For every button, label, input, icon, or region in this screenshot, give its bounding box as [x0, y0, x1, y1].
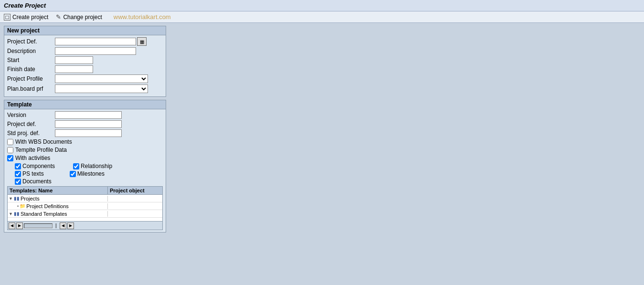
activity-checkboxes-section: Components Relationship PS texts — [15, 163, 163, 185]
table-row[interactable]: • 📁 Project Definitions — [8, 202, 162, 210]
title-bar: Create Project — [0, 0, 644, 11]
scroll-separator: | — [55, 223, 57, 228]
bullet-proj-def: • — [17, 204, 19, 209]
tree-footer: ◀ ▶ | ◀ ▶ — [8, 221, 162, 230]
with-wbs-documents-checkbox[interactable] — [7, 139, 13, 145]
start-input[interactable] — [55, 56, 93, 64]
new-project-body: Project Def. ▦ Description Start — [4, 35, 166, 96]
project-def-row: Project Def. ▦ — [7, 37, 163, 46]
milestones-checkbox[interactable] — [70, 171, 76, 177]
change-project-button[interactable]: ✎ Change project — [56, 13, 102, 21]
expand-icon-std: ▼ — [9, 211, 13, 216]
templte-profile-data-row: Templte Profile Data — [7, 147, 163, 153]
version-label: Version — [7, 112, 55, 118]
tree-body: ▼ ▮▮ Projects • 📁 Project Definitions — [8, 195, 162, 221]
relationship-checkbox[interactable] — [73, 163, 79, 169]
version-row: Version — [7, 111, 163, 119]
folder-icon-proj-def: 📁 — [20, 203, 25, 209]
horizontal-scrollbar[interactable] — [24, 223, 53, 228]
main-area: New project Project Def. ▦ Description S — [0, 23, 644, 238]
std-proj-def-label: Std proj. def. — [7, 130, 55, 137]
components-item: Components — [15, 163, 55, 169]
change-project-label: Change project — [63, 14, 102, 21]
templte-profile-data-checkbox[interactable] — [7, 147, 13, 153]
relationship-item: Relationship — [73, 163, 112, 169]
template-project-def-label: Project def. — [7, 121, 55, 127]
std-proj-def-row: Std proj. def. — [7, 129, 163, 137]
project-profile-label: Project Profile — [7, 75, 55, 82]
pencil-icon: ✎ — [56, 13, 61, 21]
grid-icon-std: ▮▮ — [14, 211, 20, 216]
toolbar: □ Create project ✎ Change project www.tu… — [0, 11, 644, 23]
start-row: Start — [7, 56, 163, 64]
new-project-header: New project — [4, 26, 166, 35]
tree-row-std-tmpl-name: ▼ ▮▮ Standard Templates — [8, 211, 108, 217]
template-project-def-input[interactable] — [55, 120, 122, 128]
proj-def-label: Project Definitions — [26, 203, 69, 209]
milestones-item: Milestones — [70, 170, 105, 177]
components-label: Components — [22, 163, 55, 169]
projects-label: Projects — [21, 196, 40, 201]
ps-texts-item: PS texts — [15, 170, 44, 177]
finish-date-input[interactable] — [55, 65, 93, 73]
plan-board-prf-select[interactable] — [55, 84, 148, 93]
plan-board-prf-label: Plan.board prf — [7, 85, 55, 92]
std-tmpl-label: Standard Templates — [21, 211, 67, 217]
with-wbs-documents-row: With WBS Documents — [7, 138, 163, 145]
with-activities-checkbox[interactable] — [7, 155, 13, 161]
std-proj-def-input[interactable] — [55, 129, 122, 137]
finish-date-row: Finish date — [7, 65, 163, 73]
scroll-right-button[interactable]: ▶ — [16, 222, 23, 229]
documents-checkbox[interactable] — [15, 179, 21, 185]
project-profile-row: Project Profile — [7, 74, 163, 83]
version-input[interactable] — [55, 111, 122, 119]
template-project-def-row: Project def. — [7, 120, 163, 128]
description-label: Description — [7, 48, 55, 54]
activity-row2: PS texts Milestones — [15, 170, 163, 177]
with-wbs-documents-label: With WBS Documents — [15, 138, 72, 145]
description-row: Description — [7, 47, 163, 55]
components-checkbox[interactable] — [15, 163, 21, 169]
new-project-panel: New project Project Def. ▦ Description S — [4, 26, 166, 97]
create-project-button[interactable]: □ Create project — [4, 14, 48, 21]
description-input[interactable] — [55, 47, 136, 55]
start-label: Start — [7, 57, 55, 63]
page-title: Create Project — [4, 2, 46, 9]
picker-icon: ▦ — [140, 39, 144, 44]
create-project-label: Create project — [12, 14, 48, 21]
documents-label: Documents — [22, 178, 52, 185]
relationship-label: Relationship — [81, 163, 112, 169]
expand-icon-projects: ▼ — [9, 196, 13, 201]
documents-item: Documents — [15, 178, 52, 185]
tree-row-proj-def-name: • 📁 Project Definitions — [8, 203, 108, 209]
project-def-label: Project Def. — [7, 38, 55, 45]
project-def-picker-button[interactable]: ▦ — [137, 37, 147, 46]
ps-texts-checkbox[interactable] — [15, 171, 21, 177]
milestones-label: Milestones — [77, 170, 105, 177]
scroll-left2-button[interactable]: ◀ — [60, 222, 66, 229]
tree-col-object: Project object — [108, 187, 151, 194]
with-activities-label: With activities — [15, 155, 50, 161]
create-project-icon: □ — [4, 14, 11, 21]
tree-row-projects-name: ▼ ▮▮ Projects — [8, 196, 108, 201]
templte-profile-data-label: Templte Profile Data — [15, 147, 67, 153]
scroll-left-button[interactable]: ◀ — [9, 222, 15, 229]
project-def-input[interactable] — [55, 38, 136, 45]
ps-texts-label: PS texts — [22, 170, 44, 177]
project-def-input-group: ▦ — [55, 37, 147, 46]
finish-date-label: Finish date — [7, 66, 55, 73]
with-activities-row: With activities — [7, 155, 163, 161]
template-panel: Template Version Project def. Std proj. … — [4, 100, 166, 232]
grid-icon-projects: ▮▮ — [14, 196, 20, 201]
table-row[interactable]: ▼ ▮▮ Standard Templates — [8, 210, 162, 218]
watermark: www.tutorialkart.com — [114, 13, 171, 21]
scroll-right2-button[interactable]: ▶ — [67, 222, 74, 229]
activity-row3: Documents — [15, 178, 163, 185]
activity-row1: Components Relationship — [15, 163, 163, 169]
project-profile-select[interactable] — [55, 74, 148, 83]
template-header: Template — [4, 100, 166, 109]
table-row[interactable]: ▼ ▮▮ Projects — [8, 195, 162, 202]
tree-section: Templates: Name Project object ▼ ▮▮ Proj… — [7, 186, 163, 230]
tree-header: Templates: Name Project object — [8, 187, 162, 195]
template-body: Version Project def. Std proj. def. With… — [4, 109, 166, 232]
